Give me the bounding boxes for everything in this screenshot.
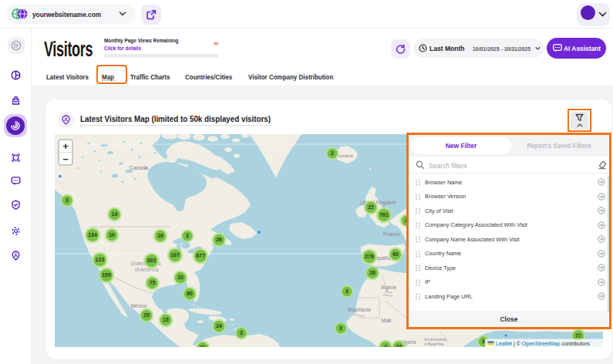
- svg-text:3: 3: [186, 233, 189, 238]
- svg-text:México: México: [131, 303, 147, 308]
- svg-text:22: 22: [396, 344, 402, 347]
- svg-text:+: +: [62, 140, 69, 152]
- svg-text:3: 3: [482, 339, 485, 344]
- svg-text:Canada: Canada: [130, 165, 149, 170]
- svg-text:77: 77: [575, 333, 581, 339]
- svg-text:877: 877: [196, 253, 205, 258]
- svg-text:60: 60: [187, 291, 193, 296]
- svg-text:22: 22: [368, 204, 374, 210]
- svg-text:3: 3: [66, 197, 69, 203]
- svg-text:14: 14: [112, 211, 118, 217]
- svg-text:10: 10: [109, 232, 115, 238]
- svg-text:278: 278: [365, 254, 374, 259]
- svg-text:Iceland: Iceland: [338, 153, 352, 158]
- svg-text:123: 123: [96, 257, 105, 262]
- svg-text:France: France: [383, 231, 400, 237]
- svg-text:tî Bêafrîka: tî Bêafrîka: [424, 342, 444, 346]
- svg-text:33: 33: [177, 275, 184, 280]
- svg-text:3: 3: [339, 325, 342, 331]
- svg-text:16: 16: [157, 233, 163, 238]
- svg-text:15: 15: [163, 317, 169, 322]
- svg-text:199: 199: [102, 272, 111, 278]
- svg-text:60: 60: [392, 251, 399, 257]
- svg-text:Leaflet | © OpenStreetMap cont: Leaflet | © OpenStreetMap contributors: [496, 341, 590, 347]
- svg-text:26: 26: [216, 237, 222, 242]
- svg-text:Mali: Mali: [382, 318, 392, 323]
- svg-text:75: 75: [150, 280, 156, 285]
- svg-text:4: 4: [384, 344, 387, 347]
- svg-text:392: 392: [147, 258, 157, 263]
- svg-text:25: 25: [143, 312, 150, 318]
- svg-text:28: 28: [369, 270, 376, 275]
- svg-text:2: 2: [331, 150, 334, 156]
- svg-text:3: 3: [240, 330, 243, 335]
- svg-text:−: −: [62, 153, 69, 165]
- svg-text:21: 21: [200, 345, 206, 347]
- svg-text:134: 134: [88, 232, 97, 238]
- svg-text:3: 3: [345, 288, 349, 294]
- svg-text:24: 24: [216, 323, 222, 329]
- svg-text:107: 107: [170, 252, 180, 258]
- svg-text:781: 781: [379, 212, 389, 217]
- svg-text:Mauritanie: Mauritanie: [348, 307, 372, 312]
- svg-text:Algérie: Algérie: [381, 285, 397, 291]
